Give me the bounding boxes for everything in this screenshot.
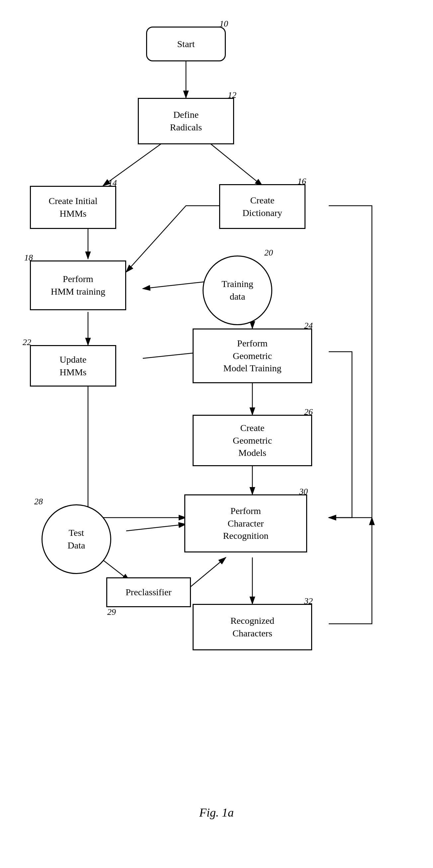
create-geometric-models-label: CreateGeometricModels: [233, 422, 272, 459]
update-hmms-number: 22: [23, 337, 31, 348]
recognized-characters-node: RecognizedCharacters 32: [193, 604, 312, 650]
svg-line-11: [126, 524, 186, 531]
preclassifier-label: Preclassifier: [125, 586, 171, 598]
preclassifier-number: 29: [107, 607, 116, 618]
perform-character-label: PerformCharacterRecognition: [223, 505, 269, 542]
define-radicals-label: DefineRadicals: [170, 108, 202, 134]
test-data-node: TestData 28: [41, 504, 111, 574]
svg-line-3: [209, 143, 262, 186]
training-data-number: 20: [264, 247, 273, 258]
create-geometric-models-node: CreateGeometricModels 26: [193, 415, 312, 466]
perform-geometric-label: PerformGeometricModel Training: [223, 337, 281, 375]
create-dictionary-node: CreateDictionary 16: [219, 184, 306, 229]
define-radicals-node: DefineRadicals 12: [138, 98, 234, 144]
training-data-label: Trainingdata: [222, 278, 253, 303]
create-initial-hmms-number: 14: [108, 178, 117, 189]
start-number: 10: [220, 18, 228, 30]
recognized-characters-number: 32: [304, 596, 313, 607]
create-initial-hmms-node: Create InitialHMMs 14: [30, 186, 116, 229]
create-dictionary-number: 16: [297, 176, 306, 187]
perform-hmm-training-number: 18: [24, 252, 33, 264]
start-node: Start 10: [146, 27, 226, 61]
perform-character-node: PerformCharacterRecognition 30: [184, 494, 307, 553]
svg-line-13: [186, 557, 226, 591]
define-radicals-number: 12: [228, 90, 236, 101]
preclassifier-node: Preclassifier 29: [106, 577, 191, 607]
update-hmms-label: UpdateHMMs: [60, 353, 87, 379]
perform-geometric-number: 24: [304, 320, 313, 332]
figure-caption: Fig. 1a: [199, 806, 234, 819]
perform-hmm-training-node: PerformHMM training 18: [30, 260, 126, 310]
test-data-number: 28: [34, 496, 43, 507]
create-geometric-models-number: 26: [304, 406, 313, 418]
start-label: Start: [177, 38, 195, 51]
training-data-node: Trainingdata 20: [203, 255, 272, 325]
create-dictionary-label: CreateDictionary: [242, 194, 282, 219]
create-initial-hmms-label: Create InitialHMMs: [49, 195, 97, 220]
perform-character-number: 30: [299, 486, 308, 497]
recognized-characters-label: RecognizedCharacters: [230, 615, 274, 640]
perform-hmm-training-label: PerformHMM training: [51, 273, 105, 298]
test-data-label: TestData: [68, 527, 85, 552]
perform-geometric-node: PerformGeometricModel Training 24: [193, 329, 312, 383]
update-hmms-node: UpdateHMMs 22: [30, 345, 116, 386]
